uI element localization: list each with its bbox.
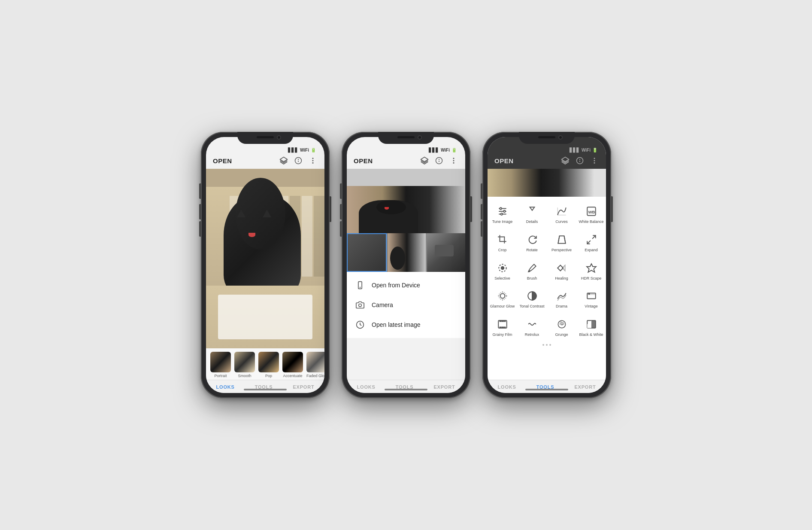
tool-curves[interactable]: Curves [547,200,576,228]
svg-marker-44 [587,264,596,272]
tool-selective[interactable]: Selective [488,257,517,285]
tool-black-white[interactable]: Black & White [576,313,606,341]
svg-point-5 [312,160,314,161]
thumbnail-1[interactable] [347,233,387,272]
info-icon-1[interactable] [294,156,303,165]
header-icons-3 [561,156,599,165]
tool-glamour-glow[interactable]: Glamour Glow [488,285,517,313]
menu-device[interactable]: Open from Device [347,275,465,295]
look-smooth[interactable]: Smooth [234,352,255,378]
wifi-icon-2: WiFi [441,148,450,152]
look-pop[interactable]: Pop [258,352,279,378]
look-faded-glow[interactable]: Faded Glow [306,352,324,378]
tab-export-2[interactable]: EXPORT [429,384,459,390]
header-2: OPEN [347,154,465,169]
screen-2: ▋▋▋ WiFi 🔋 OPEN [347,137,465,393]
tool-crop[interactable]: Crop [488,228,517,257]
notch-2 [378,132,434,144]
tab-looks-2[interactable]: LOOKS [353,384,380,390]
preview-image-2 [347,186,465,233]
signal-icon-2: ▋▋▋ [429,148,439,152]
tool-rotate[interactable]: Rotate [517,228,547,257]
tool-healing[interactable]: Healing [547,257,576,285]
tool-retrolux[interactable]: Retrolux [517,313,547,341]
tool-perspective[interactable]: Perspective [547,228,576,257]
tab-export-3[interactable]: EXPORT [570,384,600,390]
svg-point-29 [503,210,505,212]
layers-icon-3[interactable] [561,156,570,165]
tool-hdr-scape[interactable]: HDR Scape [576,257,606,285]
thumbnail-3[interactable] [427,233,465,272]
screen-1: ▋▋▋ WiFi 🔋 OPEN [206,137,324,393]
svg-rect-59 [500,327,501,328]
svg-point-54 [588,293,589,294]
tool-brush[interactable]: Brush [517,257,547,285]
grainyfilm-icon [497,318,509,330]
layers-icon-2[interactable] [420,156,429,165]
layers-icon-1[interactable] [279,156,288,165]
bottom-tabs-1: LOOKS TOOLS EXPORT [206,380,324,393]
hdrscape-label: HDR Scape [581,276,602,281]
tools-grid-3: Tune Image Details [488,200,606,341]
info-icon-2[interactable] [434,156,444,165]
tab-looks-3[interactable]: LOOKS [494,384,521,390]
clock-icon [355,320,365,329]
tool-grunge[interactable]: Grunge [547,313,576,341]
tool-grainy-film[interactable]: Grainy Film [488,313,517,341]
glamour-label: Glamour Glow [490,304,515,309]
phone-2: ▋▋▋ WiFi 🔋 OPEN [342,132,470,398]
more-icon-3[interactable] [590,156,599,165]
menu-latest[interactable]: Open latest image [347,315,465,335]
camera-menu-icon [355,300,365,310]
tab-looks-1[interactable]: LOOKS [212,384,239,390]
svg-point-12 [453,160,454,161]
tool-drama[interactable]: Drama [547,285,576,313]
header-icons-1 [279,156,318,165]
open-button-1[interactable]: OPEN [213,157,232,164]
open-button-2[interactable]: OPEN [354,157,373,164]
svg-rect-56 [500,321,501,322]
tool-details[interactable]: Details [517,200,547,228]
tonal-icon [526,290,538,302]
screen-3: ▋▋▋ WiFi 🔋 OPEN [488,137,606,393]
info-icon-3[interactable] [575,156,585,165]
menu-camera[interactable]: Camera [347,295,465,315]
details-icon [526,205,538,217]
tool-vintage[interactable]: Vintage [576,285,606,313]
svg-point-16 [359,304,362,307]
retrolux-label: Retrolux [525,332,539,337]
svg-line-40 [587,241,591,244]
notch-3 [519,132,575,144]
notch-1 [237,132,293,144]
brush-icon [526,262,538,274]
perspective-label: Perspective [551,248,572,253]
more-icon-1[interactable] [308,156,318,165]
retrolux-icon [526,318,538,330]
tool-expand[interactable]: Expand [576,228,606,257]
home-indicator-2 [385,389,427,390]
tool-tonal-contrast[interactable]: Tonal Contrast [517,285,547,313]
gray-area-2 [347,169,465,186]
look-portrait[interactable]: Portrait [210,352,231,378]
tool-white-balance[interactable]: WB White Balance [576,200,606,228]
grunge-label: Grunge [555,332,568,337]
grunge-icon [556,318,568,330]
battery-icon-3: 🔋 [592,148,597,152]
more-icon-2[interactable] [449,156,458,165]
svg-rect-58 [504,321,505,322]
tab-export-1[interactable]: EXPORT [288,384,318,390]
svg-point-28 [500,207,501,209]
header-icons-2 [420,156,458,165]
open-button-3[interactable]: OPEN [494,157,514,164]
thumbnail-2[interactable] [388,233,426,272]
tool-tune-image[interactable]: Tune Image [488,200,517,228]
look-accentuate[interactable]: Accentuate [282,352,303,378]
vintage-icon [585,290,597,302]
wifi-icon-3: WiFi [582,148,591,152]
vintage-label: Vintage [585,304,597,309]
blackwhite-icon [585,318,597,330]
svg-line-39 [592,235,596,239]
speaker-2 [397,136,415,138]
dark-header-3: OPEN [488,154,606,169]
spacer-2 [347,338,465,380]
